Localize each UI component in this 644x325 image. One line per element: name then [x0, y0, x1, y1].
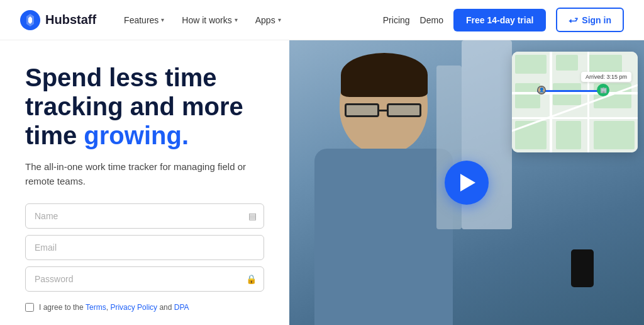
play-icon [460, 174, 475, 191]
signin-icon: ⮐ [569, 14, 578, 25]
person-glasses-left [345, 103, 379, 117]
map-background: 👤 🏢 Arrived: 3:15 pm [512, 52, 638, 152]
map-block-1 [515, 55, 547, 74]
person-phone [571, 249, 594, 287]
bg-element-2 [436, 66, 462, 229]
map-block-9 [594, 121, 635, 149]
hero-section: Spend less time tracking and more time g… [0, 40, 644, 325]
brand-name: Hubstaff [45, 13, 96, 27]
nav-right: Pricing Demo Free 14-day trial ⮐ Sign in [383, 8, 624, 32]
map-card: 👤 🏢 Arrived: 3:15 pm [512, 52, 638, 152]
hero-highlight: growing. [84, 122, 189, 149]
map-road-h2 [512, 117, 638, 119]
map-block-3 [587, 55, 622, 74]
map-block-4 [515, 83, 540, 108]
map-block-8 [556, 121, 581, 149]
nav-links: Features ▾ How it works ▾ Apps ▾ [116, 10, 383, 30]
password-lock-icon: 🔒 [246, 274, 257, 284]
password-input[interactable] [25, 266, 264, 292]
apps-chevron-icon: ▾ [278, 16, 281, 23]
dpa-link[interactable]: DPA [174, 303, 189, 312]
person-glasses-bridge [379, 110, 387, 111]
hero-right: 👤 🏢 Arrived: 3:15 pm [289, 40, 644, 325]
person-hair [341, 53, 428, 97]
nav-item-how-it-works[interactable]: How it works ▾ [174, 10, 245, 30]
terms-text: I agree to the Terms, Privacy Policy and… [39, 303, 189, 312]
map-route-start: 👤 [537, 86, 546, 94]
terms-row: I agree to the Terms, Privacy Policy and… [25, 303, 264, 312]
nav-item-apps[interactable]: Apps ▾ [248, 10, 289, 30]
nav-item-features[interactable]: Features ▾ [116, 10, 172, 30]
name-field-icon: ▤ [248, 211, 257, 221]
privacy-link[interactable]: Privacy Policy [110, 303, 157, 312]
terms-checkbox[interactable] [25, 303, 34, 312]
signin-button[interactable]: ⮐ Sign in [556, 8, 624, 32]
map-arrived-label: Arrived: 3:15 pm [581, 72, 631, 82]
map-block-2 [556, 55, 578, 71]
how-it-works-chevron-icon: ▾ [235, 16, 238, 23]
map-block-7 [515, 121, 547, 149]
demo-link[interactable]: Demo [420, 15, 443, 25]
map-route-end: 🏢 [597, 84, 609, 96]
map-route-line [537, 90, 600, 92]
name-input[interactable] [25, 203, 264, 229]
features-chevron-icon: ▾ [161, 16, 164, 23]
hero-subtext: The all-in-one work time tracker for man… [25, 160, 264, 188]
email-input-wrapper [25, 235, 264, 260]
email-input[interactable] [25, 235, 264, 260]
logo[interactable]: Hubstaff [20, 10, 96, 30]
trial-button[interactable]: Free 14-day trial [453, 9, 546, 31]
navbar: Hubstaff Features ▾ How it works ▾ Apps … [0, 0, 644, 40]
name-field-group: ▤ [25, 203, 264, 229]
hubstaff-logo-icon [20, 10, 40, 30]
play-button[interactable] [445, 161, 489, 205]
name-input-wrapper: ▤ [25, 203, 264, 229]
email-field-group [25, 235, 264, 260]
password-input-wrapper: 🔒 [25, 266, 264, 292]
hero-heading: Spend less time tracking and more time g… [25, 63, 264, 150]
person-glasses-right [387, 103, 421, 117]
person-body [314, 149, 453, 325]
terms-link[interactable]: Terms [86, 303, 106, 312]
map-road-v1 [550, 52, 552, 152]
pricing-link[interactable]: Pricing [383, 15, 410, 25]
map-visual: 👤 🏢 Arrived: 3:15 pm [512, 52, 638, 152]
hero-left: Spend less time tracking and more time g… [0, 40, 289, 325]
password-field-group: 🔒 [25, 266, 264, 292]
